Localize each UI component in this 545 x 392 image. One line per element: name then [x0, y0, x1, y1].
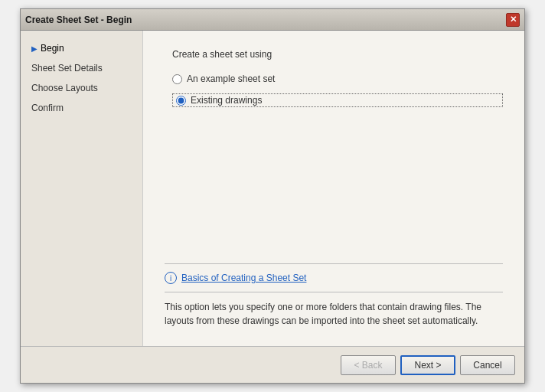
sidebar-label-sheet-set-details: Sheet Set Details [31, 63, 103, 74]
back-button[interactable]: < Back [341, 355, 396, 375]
main-window: Create Sheet Set - Begin ✕ ▶ Begin Sheet… [20, 8, 525, 384]
close-button[interactable]: ✕ [506, 13, 520, 27]
radio-example-label: An example sheet set [187, 74, 275, 84]
content-area: ▶ Begin Sheet Set Details Choose Layouts… [21, 31, 524, 346]
arrow-icon: ▶ [31, 44, 38, 53]
create-label: Create a sheet set using [172, 49, 503, 60]
sidebar-label-choose-layouts: Choose Layouts [31, 83, 98, 93]
next-button[interactable]: Next > [400, 355, 455, 375]
sidebar-item-sheet-set-details[interactable]: Sheet Set Details [21, 58, 142, 78]
radio-existing-label: Existing drawings [191, 95, 262, 106]
radio-example[interactable] [172, 74, 182, 84]
info-divider [165, 292, 503, 292]
sidebar-item-begin[interactable]: ▶ Begin [21, 38, 142, 58]
window-title: Create Sheet Set - Begin [25, 15, 132, 25]
info-section: i Basics of Creating a Sheet Set This op… [165, 263, 503, 328]
sidebar: ▶ Begin Sheet Set Details Choose Layouts… [21, 31, 143, 346]
cancel-button[interactable]: Cancel [460, 355, 515, 375]
main-panel: Create a sheet set using An example shee… [143, 31, 524, 346]
sidebar-item-choose-layouts[interactable]: Choose Layouts [21, 78, 142, 98]
radio-group: An example sheet set Existing drawings [172, 74, 503, 107]
radio-example-option[interactable]: An example sheet set [172, 74, 503, 84]
radio-existing-option[interactable]: Existing drawings [172, 93, 503, 107]
info-icon: i [165, 272, 177, 284]
footer: < Back Next > Cancel [21, 346, 524, 383]
sidebar-label-begin: Begin [41, 43, 64, 54]
info-text: This option lets you specify one or more… [165, 300, 503, 328]
title-bar: Create Sheet Set - Begin ✕ [21, 9, 524, 31]
radio-existing[interactable] [176, 96, 186, 106]
info-link[interactable]: Basics of Creating a Sheet Set [181, 273, 306, 283]
info-link-row: i Basics of Creating a Sheet Set [165, 272, 503, 284]
sidebar-label-confirm: Confirm [31, 103, 64, 113]
sidebar-item-confirm[interactable]: Confirm [21, 98, 142, 118]
